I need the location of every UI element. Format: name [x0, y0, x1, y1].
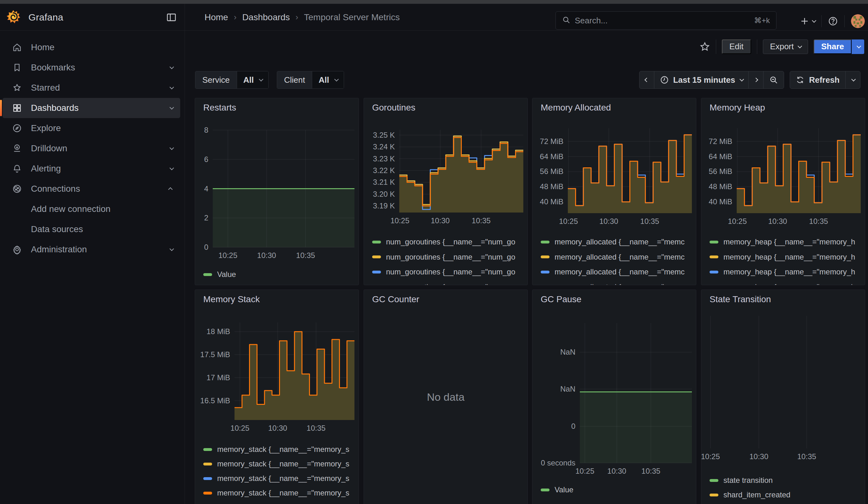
- search-input[interactable]: [575, 16, 750, 25]
- panel-title[interactable]: GC Pause: [541, 294, 581, 305]
- legend-item[interactable]: memory_heap {__name__="memory_h: [710, 281, 865, 286]
- panel-title[interactable]: Memory Allocated: [541, 103, 611, 113]
- sidebar-item-administration[interactable]: Administration: [2, 239, 180, 260]
- sidebar-item-add-new-connection[interactable]: Add new connection: [2, 199, 180, 219]
- search-box[interactable]: ⌘+k: [556, 11, 776, 30]
- legend-item[interactable]: num_goroutines {__name__="num_go: [372, 281, 527, 286]
- legend-item[interactable]: shard_item_created: [710, 489, 865, 501]
- x-axis-label: 10:35: [640, 217, 659, 226]
- sidebar-item-connections[interactable]: Connections: [2, 179, 180, 199]
- sidebar-item-starred[interactable]: Starred: [2, 78, 180, 98]
- time-range-picker[interactable]: Last 15 minutes: [654, 71, 749, 89]
- memory_allocated-chart[interactable]: [568, 128, 692, 213]
- memory_stack-chart[interactable]: [235, 322, 354, 420]
- legend-item[interactable]: memory_stack {__name__="memory_s: [203, 487, 359, 498]
- nav-actions: [800, 8, 865, 34]
- legend-swatch: [372, 256, 381, 258]
- panel-title[interactable]: GC Counter: [372, 294, 419, 305]
- legend-item[interactable]: memory_heap {__name__="memory_h: [710, 266, 865, 278]
- star-icon[interactable]: [700, 41, 710, 52]
- legend-item[interactable]: memory_heap {__name__="memory_h: [710, 236, 865, 248]
- client-variable[interactable]: Client All: [277, 71, 344, 89]
- dock-menu-icon[interactable]: [165, 11, 177, 23]
- zoom-out-button[interactable]: [763, 71, 784, 89]
- refresh-button[interactable]: Refresh: [790, 71, 845, 89]
- service-variable-value[interactable]: All: [237, 71, 268, 89]
- restarts-chart[interactable]: [213, 130, 354, 247]
- drilldown-icon: [12, 143, 22, 154]
- sidebar-item-bookmarks[interactable]: Bookmarks: [2, 58, 180, 78]
- legend-item[interactable]: state transition: [710, 475, 865, 486]
- legend-swatch: [203, 477, 212, 480]
- export-button[interactable]: Export: [763, 40, 808, 54]
- x-axis-label: 10:35: [307, 424, 326, 433]
- legend-label: memory_stack {__name__="memory_s: [217, 445, 349, 454]
- help-icon[interactable]: [828, 16, 838, 26]
- chevron-down-icon[interactable]: [169, 65, 174, 69]
- new-button[interactable]: [800, 17, 815, 26]
- sidebar-item-label: Dashboards: [31, 103, 79, 113]
- legend-item[interactable]: memory_allocated {__name__="memc: [541, 281, 696, 286]
- legend-item[interactable]: Value: [541, 484, 696, 495]
- search-shortcut: ⌘+k: [754, 16, 770, 25]
- service-variable[interactable]: Service All: [195, 71, 269, 89]
- x-axis-label: 10:35: [809, 217, 828, 226]
- panel-title[interactable]: Memory Heap: [710, 103, 765, 113]
- chevron-down-icon: [740, 77, 744, 81]
- goroutines-chart[interactable]: [399, 130, 523, 213]
- panel-title[interactable]: State Transition: [710, 294, 771, 305]
- sidebar-item-label: Drilldown: [31, 143, 67, 154]
- panel-title[interactable]: Goroutines: [372, 103, 415, 113]
- divider: [844, 15, 845, 27]
- chevron-down-icon[interactable]: [169, 247, 174, 251]
- breadcrumb-dashboards[interactable]: Dashboards: [242, 12, 290, 22]
- gc_pause-chart[interactable]: [580, 323, 692, 463]
- panel-title[interactable]: Memory Stack: [203, 294, 260, 305]
- legend-item[interactable]: memory_stack {__name__="memory_s: [203, 458, 359, 470]
- panel-memory-stack: Memory Stack 18 MiB17.5 MiB17 MiB16.5 Mi…: [195, 290, 359, 504]
- legend-item[interactable]: Value: [203, 269, 359, 280]
- chevron-down-icon[interactable]: [169, 166, 174, 170]
- sidebar-item-alerting[interactable]: Alerting: [2, 158, 180, 179]
- legend-item[interactable]: num_goroutines {__name__="num_go: [372, 236, 527, 248]
- chevron-up-icon[interactable]: [168, 187, 173, 192]
- sidebar-item-home[interactable]: Home: [2, 37, 180, 58]
- legend-item[interactable]: memory_allocated {__name__="memc: [541, 266, 696, 278]
- legend-item[interactable]: memory_stack {__name__="memory_s: [203, 473, 359, 484]
- x-axis-label: 10:35: [296, 251, 315, 260]
- legend-item[interactable]: num_goroutines {__name__="num_go: [372, 266, 527, 278]
- sidebar-item-explore[interactable]: Explore: [2, 118, 180, 138]
- avatar[interactable]: [851, 14, 865, 28]
- bookmark-icon: [12, 63, 22, 73]
- legend-label: memory_allocated {__name__="memc: [555, 253, 685, 261]
- window-chrome-strip: [0, 0, 868, 4]
- refresh-interval-button[interactable]: [845, 71, 860, 89]
- legend-item[interactable]: num_goroutines {__name__="num_go: [372, 251, 527, 263]
- memory_heap-chart[interactable]: [737, 128, 861, 213]
- brand[interactable]: Grafana: [6, 4, 63, 31]
- legend-label: memory_heap {__name__="memory_h: [723, 267, 855, 276]
- y-axis-label: 3.22 K: [364, 166, 395, 175]
- sidebar-item-drilldown[interactable]: Drilldown: [2, 138, 180, 158]
- legend-item[interactable]: memory_heap {__name__="memory_h: [710, 251, 865, 263]
- sidebar-item-data-sources[interactable]: Data sources: [2, 219, 180, 239]
- client-variable-label: Client: [277, 71, 312, 89]
- chevron-down-icon[interactable]: [169, 146, 174, 150]
- edit-button[interactable]: Edit: [722, 40, 751, 54]
- share-menu-button[interactable]: [851, 40, 864, 54]
- panel-title[interactable]: Restarts: [203, 103, 236, 113]
- sidebar-item-dashboards[interactable]: Dashboards: [2, 98, 180, 118]
- legend-swatch: [203, 273, 212, 276]
- time-shift-forward-button[interactable]: [748, 71, 763, 89]
- breadcrumb-home[interactable]: Home: [205, 12, 228, 22]
- legend-item[interactable]: memory_allocated {__name__="memc: [541, 251, 696, 263]
- legend-item[interactable]: memory_allocated {__name__="memc: [541, 236, 696, 248]
- legend-item[interactable]: memory_stack {__name__="memory_s: [203, 444, 359, 455]
- time-shift-back-button[interactable]: [640, 71, 654, 89]
- state_transition-chart[interactable]: [706, 316, 861, 449]
- chevron-down-icon[interactable]: [169, 85, 174, 89]
- share-button[interactable]: Share: [814, 40, 851, 54]
- y-axis-label: 3.21 K: [364, 178, 395, 187]
- chevron-down-icon[interactable]: [169, 105, 174, 110]
- client-variable-value[interactable]: All: [312, 71, 343, 89]
